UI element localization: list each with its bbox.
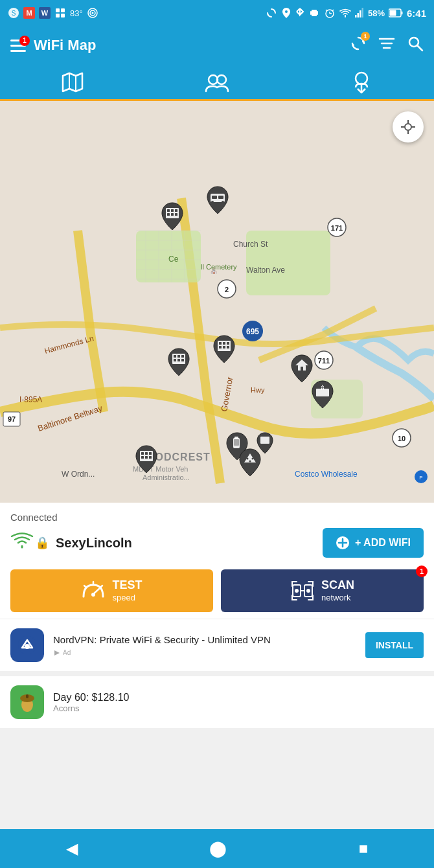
- svg-text:97: 97: [8, 415, 16, 423]
- svg-text:10: 10: [398, 435, 405, 442]
- tab-community[interactable]: [144, 65, 289, 99]
- wifi-row: 🔒 SexyLincoln + ADD WIFI: [10, 528, 424, 558]
- svg-line-23: [326, 10, 327, 11]
- svg-rect-130: [145, 456, 148, 459]
- location-button[interactable]: [393, 111, 424, 143]
- acorns-section: Day 60: $128.10 Acorns: [0, 671, 434, 728]
- home-button[interactable]: ⬤: [190, 833, 246, 864]
- svg-line-147: [100, 586, 102, 588]
- map-pin-4[interactable]: [212, 334, 236, 367]
- svg-rect-103: [181, 355, 184, 358]
- recent-button[interactable]: ■: [339, 833, 388, 864]
- test-speed-line1: TEST: [112, 578, 142, 593]
- svg-point-98: [211, 201, 214, 203]
- alarm-icon: [324, 7, 336, 19]
- sync-icon: [266, 7, 277, 19]
- back-button[interactable]: ◀: [47, 833, 97, 864]
- svg-rect-101: [174, 355, 176, 358]
- map-pin-8[interactable]: [135, 444, 158, 477]
- map-area[interactable]: 695 2 171 711 10 97 ⛪ Ce ll Cemetery Ham…: [0, 101, 434, 503]
- install-button[interactable]: INSTALL: [365, 632, 424, 658]
- map-pin-1[interactable]: [161, 201, 184, 234]
- svg-rect-92: [167, 213, 170, 216]
- svg-point-153: [295, 589, 299, 593]
- connected-section: Connected 🔒 SexyLincoln + ADD WIFI: [0, 503, 434, 563]
- svg-line-38: [417, 45, 422, 51]
- svg-rect-106: [181, 359, 184, 361]
- wifi-signal-icon: [10, 532, 34, 554]
- word-icon: W: [39, 7, 51, 19]
- crosshair-icon: [400, 119, 417, 135]
- time: 6:41: [407, 8, 426, 19]
- nordvpn-logo: [16, 634, 39, 657]
- svg-rect-127: [145, 452, 148, 455]
- svg-rect-129: [141, 456, 144, 459]
- status-right-icons: 58% 6:41: [266, 7, 426, 19]
- map-pin-10[interactable]: [256, 431, 274, 457]
- map-pin-3[interactable]: [167, 347, 190, 380]
- menu-badge: 1: [19, 36, 30, 46]
- svg-rect-93: [171, 213, 174, 216]
- nordvpn-icon: [10, 628, 44, 662]
- add-wifi-button[interactable]: + ADD WIFI: [323, 528, 424, 558]
- svg-marker-165: [54, 650, 60, 656]
- svg-text:695: 695: [246, 327, 259, 336]
- svg-rect-116: [301, 367, 303, 371]
- svg-point-43: [356, 73, 367, 84]
- svg-rect-26: [357, 13, 359, 17]
- svg-rect-6: [56, 8, 60, 12]
- svg-rect-131: [149, 456, 152, 459]
- add-wifi-label: + ADD WIFI: [355, 537, 411, 549]
- svg-point-15: [285, 10, 288, 13]
- speedtest-icon: [81, 578, 106, 603]
- tab-bar: [0, 65, 434, 101]
- scan-icon: [290, 578, 315, 603]
- map-pin-5[interactable]: [290, 354, 314, 386]
- search-button[interactable]: [407, 35, 424, 56]
- svg-rect-31: [389, 10, 396, 16]
- tab-download[interactable]: [290, 65, 434, 99]
- wifi-info: 🔒 SexyLincoln: [10, 532, 132, 554]
- svg-text:711: 711: [318, 357, 330, 365]
- battery-icon: [389, 8, 403, 17]
- svg-text:ll Cemetery: ll Cemetery: [201, 263, 237, 271]
- test-speed-line2: speed: [112, 593, 135, 603]
- filter-icon: [378, 36, 395, 51]
- svg-rect-110: [227, 342, 229, 345]
- svg-rect-18: [310, 11, 312, 15]
- svg-text:W: W: [41, 9, 49, 17]
- svg-rect-105: [177, 359, 180, 361]
- svg-rect-123: [234, 437, 238, 439]
- menu-button[interactable]: 1: [10, 40, 26, 52]
- map-tab-icon: [61, 71, 84, 94]
- svg-rect-8: [56, 14, 60, 17]
- tab-map[interactable]: [0, 65, 144, 99]
- svg-text:I-895A: I-895A: [19, 395, 42, 404]
- map-pin-2[interactable]: [206, 185, 229, 218]
- search-icon: [407, 35, 424, 52]
- fingerprint-icon: [87, 7, 98, 19]
- test-speed-button[interactable]: TEST speed: [10, 569, 213, 612]
- svg-text:Walton Ave: Walton Ave: [246, 266, 285, 275]
- svg-rect-97: [218, 196, 223, 199]
- vibrate-icon: [308, 7, 320, 19]
- svg-rect-96: [212, 196, 217, 199]
- sync-button[interactable]: 1: [350, 35, 367, 56]
- svg-point-134: [252, 458, 254, 460]
- status-bar: S M W 83° 58% 6:41: [0, 0, 434, 26]
- map-pin-6[interactable]: [311, 380, 334, 412]
- ad-text: NordVPN: Private WiFi & Security - Unlim…: [53, 634, 356, 657]
- acorns-subtitle: Acorns: [53, 703, 424, 713]
- filter-button[interactable]: [378, 36, 395, 54]
- svg-rect-7: [61, 8, 65, 12]
- scan-network-line1: SCAN: [321, 578, 354, 593]
- svg-text:Costco Wholesale: Costco Wholesale: [295, 470, 358, 479]
- scan-network-button[interactable]: SCAN network 1: [221, 569, 424, 612]
- ad-tag: Ad: [63, 649, 71, 656]
- signal-icon: [355, 7, 364, 19]
- scan-network-text: SCAN network: [321, 578, 354, 602]
- svg-text:P: P: [419, 475, 422, 481]
- connected-label: Connected: [10, 512, 424, 523]
- svg-point-12: [91, 12, 93, 14]
- svg-text:S: S: [12, 10, 16, 17]
